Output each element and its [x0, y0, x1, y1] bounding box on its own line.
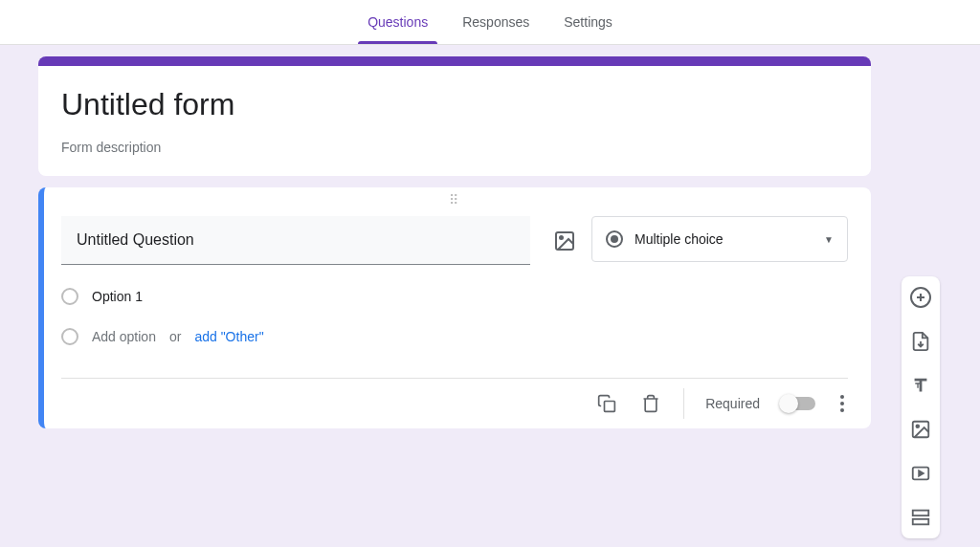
- trash-icon: [641, 394, 660, 413]
- radio-icon: [606, 230, 623, 248]
- tab-responses[interactable]: Responses: [445, 0, 546, 44]
- option-text[interactable]: Option 1: [92, 289, 143, 304]
- question-card: ⠿ Multiple choice ▼ Option 1 Add option …: [38, 187, 871, 428]
- radio-empty-icon: [61, 288, 78, 305]
- required-label: Required: [705, 396, 760, 411]
- svg-point-10: [916, 425, 919, 427]
- form-title[interactable]: Untitled form: [61, 87, 848, 122]
- section-icon: [910, 507, 931, 528]
- question-type-dropdown[interactable]: Multiple choice ▼: [591, 216, 848, 262]
- side-toolbar: [902, 276, 940, 538]
- svg-rect-12: [913, 511, 929, 516]
- svg-point-4: [840, 402, 844, 405]
- top-tabs-bar: Questions Responses Settings: [0, 0, 980, 45]
- form-header-card: Untitled form Form description: [38, 56, 871, 176]
- add-other-button[interactable]: add "Other": [194, 329, 263, 344]
- add-option-button[interactable]: Add option: [92, 329, 156, 344]
- add-image-button[interactable]: [553, 230, 576, 252]
- import-icon: [910, 331, 931, 352]
- form-description[interactable]: Form description: [61, 140, 848, 155]
- svg-point-3: [840, 395, 844, 399]
- add-section-button[interactable]: [907, 504, 934, 531]
- plus-circle-icon: [909, 286, 932, 309]
- add-video-button[interactable]: [907, 460, 934, 487]
- divider: [683, 388, 684, 419]
- question-title-input[interactable]: [61, 216, 530, 265]
- svg-point-5: [840, 408, 844, 412]
- tab-questions[interactable]: Questions: [350, 0, 445, 44]
- add-title-button[interactable]: [907, 372, 934, 399]
- image-icon: [553, 230, 576, 252]
- more-vert-icon: [840, 395, 844, 412]
- add-image-button-toolbar[interactable]: [907, 416, 934, 443]
- radio-empty-icon: [61, 328, 78, 345]
- svg-rect-2: [605, 402, 615, 412]
- duplicate-button[interactable]: [595, 392, 618, 415]
- add-question-button[interactable]: [907, 284, 934, 311]
- image-icon: [910, 419, 931, 440]
- delete-button[interactable]: [639, 392, 662, 415]
- svg-rect-13: [913, 519, 929, 525]
- required-toggle[interactable]: [781, 397, 815, 410]
- text-icon: [910, 375, 931, 396]
- option-row: Option 1: [61, 288, 848, 305]
- copy-icon: [597, 394, 616, 413]
- tab-settings[interactable]: Settings: [546, 0, 630, 44]
- svg-point-1: [560, 236, 563, 239]
- or-text: or: [169, 329, 181, 344]
- question-type-label: Multiple choice: [635, 231, 813, 247]
- drag-handle-icon[interactable]: ⠿: [61, 195, 848, 212]
- chevron-down-icon: ▼: [824, 234, 834, 245]
- add-option-row: Add option or add "Other": [61, 328, 848, 345]
- import-questions-button[interactable]: [907, 328, 934, 355]
- video-icon: [910, 463, 931, 484]
- more-options-button[interactable]: [836, 395, 848, 412]
